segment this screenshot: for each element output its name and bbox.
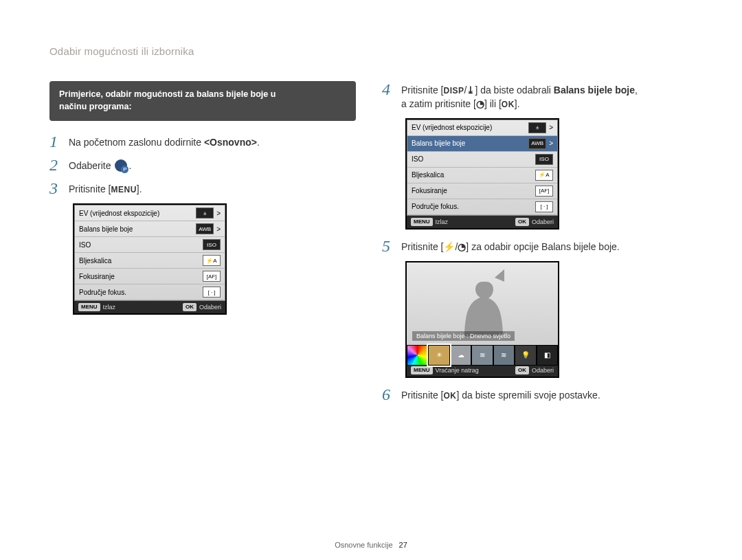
step-text: Pritisnite [DISP/⤓] da biste odabrali Ba… — [401, 81, 693, 111]
wb-preview-image: Balans bijele boje : Dnevno svjetlo — [407, 262, 558, 345]
awb-value-icon: AWB — [196, 223, 214, 234]
select-label: Odaberi — [532, 367, 554, 374]
wb-footer: MENU Vraćanje natrag OK Odaberi — [407, 364, 558, 377]
wb-swatch-auto[interactable] — [407, 345, 428, 366]
step-6: 6 Pritisnite [OK] da biste spremili svoj… — [382, 386, 693, 403]
menu-item-flash[interactable]: Bljeskalica ⚡A — [407, 168, 557, 183]
left-column: Primjerice, odabir mogućnosti za balans … — [49, 81, 376, 410]
wb-swatch-fluor-h[interactable]: ≋ — [471, 345, 493, 366]
disp-button-label: DISP — [443, 86, 464, 96]
exit-label: Izlaz — [436, 219, 449, 225]
menu-item-focus[interactable]: Fokusiranje [AF] — [407, 183, 557, 199]
custom-icon: ◧ — [544, 351, 550, 359]
content-columns: Primjerice, odabir mogućnosti za balans … — [49, 81, 693, 410]
menu-chip: MENU — [411, 218, 433, 226]
menu-button-label: MENU — [111, 185, 136, 194]
timer-icon: ◔ — [476, 98, 484, 109]
wb-swatch-fluor-l[interactable]: ≋ — [493, 345, 515, 366]
callout-line2: načinu programa: — [59, 102, 132, 111]
step-5-wrap: 5 Pritisnite [⚡/◔] za odabir opcije Bala… — [382, 238, 693, 254]
page-header: Odabir mogućnosti ili izbornika — [49, 45, 194, 57]
select-label: Odaberi — [199, 304, 221, 311]
wb-preview-screenshot: Balans bijele boje : Dnevno svjetlo ☀ ☁ … — [405, 261, 559, 378]
callout-line1: Primjerice, odabir mogućnosti za balans … — [59, 89, 276, 99]
menu-item-iso[interactable]: ISO ISO — [75, 237, 225, 253]
wb-swatch-cloudy[interactable]: ☁ — [450, 345, 471, 366]
chevron-right-icon: > — [549, 139, 553, 147]
sun-icon: ☀ — [436, 351, 442, 359]
timer-icon: ◔ — [458, 241, 466, 252]
bulb-icon: 💡 — [521, 351, 530, 359]
af-value-icon: [AF] — [535, 186, 553, 197]
fluorescent-icon: ≋ — [501, 351, 506, 359]
step-5: 5 Pritisnite [⚡/◔] za odabir opcije Bala… — [382, 238, 693, 254]
wb-swatch-tungsten[interactable]: 💡 — [515, 345, 536, 366]
menu-item-wb[interactable]: Balans bijele boje AWB > — [75, 221, 225, 237]
step-3: 3 Pritisnite [MENU]. — [49, 180, 360, 197]
ok-chip: OK — [183, 303, 196, 311]
exit-label: Izlaz — [103, 304, 116, 311]
iso-value-icon: ISO — [535, 154, 553, 165]
menu-item-iso[interactable]: ISO ISO — [407, 152, 557, 168]
flash-icon: ⚡ — [443, 241, 455, 252]
focusarea-value-icon: [ · ] — [535, 201, 553, 212]
awb-value-icon: AWB — [528, 138, 546, 149]
ev-value-icon: ± — [528, 122, 546, 133]
step-text: Odaberite . — [69, 157, 360, 172]
right-steps: 4 Pritisnite [DISP/⤓] da biste odabrali … — [382, 81, 693, 111]
ok-chip: OK — [515, 218, 529, 226]
chevron-right-icon: > — [549, 124, 553, 131]
step-number: 1 — [49, 133, 69, 150]
step-2: 2 Odaberite . — [49, 157, 360, 173]
example-callout: Primjerice, odabir mogućnosti za balans … — [49, 81, 356, 121]
cloud-icon: ☁ — [458, 351, 464, 359]
step-number: 2 — [49, 157, 69, 173]
iso-value-icon: ISO — [203, 239, 221, 250]
menu-panel: EV (vrijednost ekspozicije) ± > Balans b… — [407, 120, 558, 216]
ok-button-label: OK — [443, 391, 456, 401]
menu-item-focus-area[interactable]: Područje fokus. [ · ] — [407, 199, 557, 215]
wb-caption: Balans bijele boje : Dnevno svjetlo — [412, 331, 515, 341]
select-label: Odaberi — [532, 219, 554, 225]
menu-chip: MENU — [78, 303, 100, 311]
step-6-wrap: 6 Pritisnite [OK] da biste spremili svoj… — [382, 386, 693, 403]
step-number: 6 — [382, 386, 401, 403]
focusarea-value-icon: [ · ] — [203, 287, 221, 298]
menu-chip: MENU — [411, 366, 433, 374]
menu-item-focus[interactable]: Fokusiranje [AF] — [75, 269, 225, 284]
step-number: 5 — [382, 238, 401, 254]
ok-chip: OK — [515, 366, 529, 374]
step-number: 3 — [49, 180, 69, 197]
fluorescent-icon: ≋ — [480, 351, 485, 359]
wb-swatch-custom[interactable]: ◧ — [537, 345, 558, 366]
chevron-right-icon: > — [216, 225, 221, 233]
menu-item-wb-selected[interactable]: Balans bijele boje AWB > — [407, 136, 557, 152]
menu-item-flash[interactable]: Bljeskalica ⚡A — [75, 253, 225, 269]
af-value-icon: [AF] — [203, 271, 221, 282]
menu-footer: MENU Izlaz OK Odaberi — [407, 216, 558, 228]
step-text: Pritisnite [⚡/◔] za odabir opcije Balans… — [401, 238, 693, 254]
wb-swatch-daylight[interactable]: ☀ — [428, 345, 449, 366]
footer-section: Osnovne funkcije — [335, 541, 392, 549]
menu-item-ev[interactable]: EV (vrijednost ekspozicije) ± > — [407, 120, 557, 136]
camera-menu-screenshot: EV (vrijednost ekspozicije) ± > Balans b… — [73, 203, 227, 315]
step-text: Pritisnite [MENU]. — [69, 180, 360, 196]
menu-item-focus-area[interactable]: Područje fokus. [ · ] — [75, 284, 225, 300]
left-steps: 1 Na početnom zaslonu dodirnite <Osnovno… — [49, 133, 360, 197]
step-1: 1 Na početnom zaslonu dodirnite <Osnovno… — [49, 133, 360, 150]
back-label: Vraćanje natrag — [436, 367, 479, 374]
ok-button-label: OK — [502, 100, 515, 109]
flash-value-icon: ⚡A — [203, 255, 221, 266]
right-column: 4 Pritisnite [DISP/⤓] da biste odabrali … — [376, 81, 693, 410]
step-text: Na početnom zaslonu dodirnite <Osnovno>. — [69, 133, 360, 149]
program-mode-icon — [115, 159, 127, 172]
chevron-right-icon: > — [216, 210, 221, 217]
step-number: 4 — [382, 81, 401, 98]
flash-value-icon: ⚡A — [535, 170, 553, 181]
menu-item-ev[interactable]: EV (vrijednost ekspozicije) ± > — [75, 205, 225, 221]
step-text: Pritisnite [OK] da biste spremili svoje … — [401, 386, 693, 402]
menu-footer: MENU Izlaz OK Odaberi — [74, 301, 225, 313]
macro-down-icon: ⤓ — [466, 85, 475, 96]
page-number: 27 — [399, 541, 407, 549]
camera-menu-screenshot-selected: EV (vrijednost ekspozicije) ± > Balans b… — [405, 118, 559, 229]
